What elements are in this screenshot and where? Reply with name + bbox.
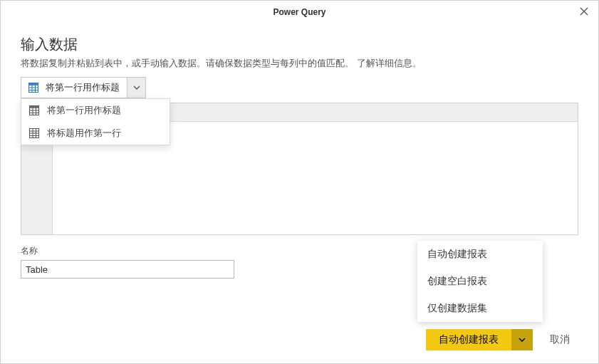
page-title: 输入数据 [21,35,578,54]
learn-more-link[interactable]: 了解详细信息。 [357,58,422,68]
close-button[interactable] [575,5,593,19]
svg-rect-7 [30,106,39,109]
primary-action-button[interactable]: 自动创建报表 [426,329,511,350]
table-grid-icon [28,105,40,116]
use-first-row-as-header-dropdown[interactable]: 将第一行用作标题 [21,77,146,98]
table-grid-icon [28,128,40,139]
primary-action-split-button: 自动创建报表 [426,329,533,350]
dropdown-selected-label: 将第一行用作标题 [46,81,120,94]
header-options-row: 将第一行用作标题 [21,77,578,103]
menu-auto-create-report[interactable]: 自动创建报表 [417,241,543,268]
header-dropdown-menu: 将第一行用作标题 将标题用作第一行 [21,98,170,145]
dropdown-caret-button[interactable] [127,78,145,98]
chevron-down-icon [133,85,140,90]
option-use-first-row-as-header[interactable]: 将第一行用作标题 [21,99,170,122]
table-grid-icon [27,81,40,94]
menu-create-blank-report[interactable]: 创建空白报表 [417,268,543,295]
description-text: 将数据复制并粘贴到表中，或手动输入数据。请确保数据类型与每列中的值匹配。 [21,58,354,68]
power-query-dialog: Power Query 输入数据 将数据复制并粘贴到表中，或手动输入数据。请确保… [0,0,599,364]
dropdown-main[interactable]: 将第一行用作标题 [21,78,127,98]
window-title: Power Query [273,7,325,17]
svg-rect-1 [29,83,38,86]
primary-action-caret[interactable] [511,329,533,350]
primary-action-menu: 自动创建报表 创建空白报表 仅创建数据集 [417,241,543,322]
cancel-button[interactable]: 取消 [541,329,578,350]
dialog-footer: 自动创建报表 取消 [426,329,578,350]
option-use-header-as-first-row[interactable]: 将标题用作第一行 [21,122,170,145]
option-label: 将标题用作第一行 [47,127,121,140]
menu-create-dataset-only[interactable]: 仅创建数据集 [417,295,543,322]
name-input[interactable] [21,260,234,279]
option-label: 将第一行用作标题 [47,104,121,117]
chevron-down-icon [519,338,526,342]
close-icon [580,7,588,16]
titlebar: Power Query [1,1,598,24]
page-description: 将数据复制并粘贴到表中，或手动输入数据。请确保数据类型与每列中的值匹配。 了解详… [21,57,578,70]
